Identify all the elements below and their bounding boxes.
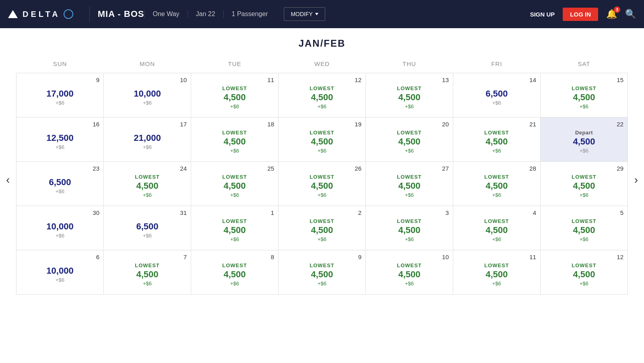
calendar-cell[interactable]: 3LOWEST4,500+$6	[366, 206, 453, 250]
notification-bell[interactable]: 🔔 3	[606, 9, 617, 19]
calendar-cell[interactable]: 10LOWEST4,500+$6	[366, 250, 453, 295]
calendar-cell[interactable]: 26LOWEST4,500+$6	[279, 162, 366, 206]
calendar-cell[interactable]: 1721,000+$6	[104, 118, 191, 162]
calendar-cell[interactable]: 11LOWEST4,500+$6	[191, 73, 279, 118]
cell-miles: 17,000	[46, 89, 73, 99]
cell-content: LOWEST4,500+$6	[282, 209, 362, 247]
calendar-cell[interactable]: 11LOWEST4,500+$6	[453, 250, 541, 295]
calendar-cell[interactable]: 19LOWEST4,500+$6	[279, 118, 366, 162]
cell-content: LOWEST4,500+$6	[456, 209, 537, 247]
search-icon[interactable]: 🔍	[625, 9, 636, 19]
calendar-cell[interactable]: 29LOWEST4,500+$6	[541, 162, 628, 206]
header-mon: MON	[104, 57, 191, 73]
lowest-label: LOWEST	[572, 85, 597, 91]
logo-globe-icon	[64, 9, 73, 19]
lowest-label: LOWEST	[484, 262, 509, 268]
cell-miles: 4,500	[136, 269, 158, 280]
calendar-cell[interactable]: 15LOWEST4,500+$6	[541, 73, 628, 118]
cell-day-number: 30	[93, 209, 99, 216]
week-row-4: 610,000+$67LOWEST4,500+$68LOWEST4,500+$6…	[17, 250, 628, 295]
lowest-label: LOWEST	[222, 85, 247, 91]
calendar-cell[interactable]: 236,500+$6	[17, 162, 104, 206]
cell-day-number: 14	[529, 76, 536, 83]
cell-miles: 4,500	[311, 92, 333, 103]
lowest-label: LOWEST	[135, 262, 160, 268]
main-content: JAN/FEB ‹ › SUNMONTUEWEDTHUFRISAT 917,00…	[0, 28, 644, 363]
calendar-cell[interactable]: 25LOWEST4,500+$6	[191, 162, 279, 206]
calendar-cell[interactable]: 28LOWEST4,500+$6	[453, 162, 541, 206]
cell-tax: +$6	[230, 148, 239, 154]
cell-miles: 4,500	[398, 225, 420, 235]
login-button[interactable]: LOG IN	[563, 8, 598, 21]
cell-tax: +$6	[56, 100, 64, 106]
calendar-cell[interactable]: 12LOWEST4,500+$6	[541, 250, 628, 295]
cell-content: Depart4,500+$6	[544, 121, 624, 158]
cell-miles: 12,500	[46, 133, 73, 143]
cell-content: 10,000+$6	[20, 209, 100, 247]
calendar-cell[interactable]: 22Depart4,500+$6	[541, 118, 628, 162]
cell-tax: +$6	[143, 100, 152, 106]
calendar-cell[interactable]: 610,000+$6	[17, 250, 104, 295]
calendar-cell[interactable]: 1LOWEST4,500+$6	[191, 206, 279, 250]
cell-tax: +$6	[405, 103, 414, 109]
cell-tax: +$6	[405, 280, 414, 287]
calendar-cell[interactable]: 1010,000+$6	[104, 73, 191, 118]
cell-day-number: 15	[617, 76, 623, 83]
cell-miles: 4,500	[223, 269, 246, 280]
cell-tax: +$6	[143, 280, 152, 287]
lowest-label: LOWEST	[397, 85, 422, 91]
calendar-cell[interactable]: 18LOWEST4,500+$6	[191, 118, 279, 162]
cell-day-number: 7	[184, 254, 187, 260]
cell-miles: 4,500	[573, 225, 595, 235]
calendar-cell[interactable]: 5LOWEST4,500+$6	[541, 206, 628, 250]
next-month-button[interactable]: ›	[630, 169, 642, 190]
cell-day-number: 28	[529, 165, 536, 172]
delta-triangle-icon	[8, 10, 18, 18]
cell-content: LOWEST4,500+$6	[369, 76, 450, 114]
main-header: DELTA MIA - BOS One Way Jan 22 1 Passeng…	[0, 0, 644, 28]
cell-content: LOWEST4,500+$6	[194, 165, 275, 202]
calendar-cell[interactable]: 24LOWEST4,500+$6	[104, 162, 191, 206]
modify-dropdown-arrow	[315, 13, 318, 15]
calendar-cell[interactable]: 8LOWEST4,500+$6	[191, 250, 279, 295]
header-right-actions: SIGN UP LOG IN 🔔 3 🔍	[530, 8, 636, 21]
calendar-cell[interactable]: 146,500+$6	[453, 73, 541, 118]
modify-button[interactable]: MODIFY	[284, 7, 325, 21]
lowest-label: LOWEST	[310, 218, 334, 224]
calendar-cell[interactable]: 21LOWEST4,500+$6	[453, 118, 541, 162]
calendar-cell[interactable]: 917,000+$6	[17, 73, 104, 118]
cell-day-number: 24	[180, 165, 187, 172]
calendar-cell[interactable]: 3010,000+$6	[17, 206, 104, 250]
calendar-cell[interactable]: 2LOWEST4,500+$6	[279, 206, 366, 250]
cell-tax: +$6	[230, 280, 239, 287]
lowest-label: LOWEST	[397, 174, 422, 180]
calendar-cell[interactable]: 12LOWEST4,500+$6	[279, 73, 366, 118]
cell-day-number: 10	[442, 254, 449, 260]
calendar-cell[interactable]: 1612,500+$6	[17, 118, 104, 162]
cell-day-number: 18	[267, 121, 274, 128]
cell-miles: 4,500	[136, 181, 158, 191]
cell-day-number: 4	[533, 209, 536, 216]
calendar-cell[interactable]: 27LOWEST4,500+$6	[366, 162, 453, 206]
cell-day-number: 11	[267, 76, 274, 83]
day-headers-row: SUNMONTUEWEDTHUFRISAT	[17, 57, 628, 73]
calendar-cell[interactable]: 316,500+$6	[104, 206, 191, 250]
calendar-cell[interactable]: 7LOWEST4,500+$6	[104, 250, 191, 295]
cell-content: LOWEST4,500+$6	[544, 254, 624, 291]
calendar-cell[interactable]: 13LOWEST4,500+$6	[366, 73, 453, 118]
cell-day-number: 16	[93, 121, 99, 128]
calendar-cell[interactable]: 9LOWEST4,500+$6	[279, 250, 366, 295]
lowest-label: LOWEST	[310, 174, 334, 180]
delta-logo[interactable]: DELTA	[8, 9, 73, 19]
calendar-cell[interactable]: 4LOWEST4,500+$6	[453, 206, 541, 250]
signup-link[interactable]: SIGN UP	[530, 11, 555, 18]
cell-day-number: 22	[617, 121, 623, 128]
header-thu: THU	[366, 57, 453, 73]
prev-month-button[interactable]: ‹	[2, 169, 14, 190]
cell-tax: +$6	[56, 188, 64, 194]
cell-content: LOWEST4,500+$6	[107, 254, 188, 291]
calendar-cell[interactable]: 20LOWEST4,500+$6	[366, 118, 453, 162]
cell-day-number: 9	[358, 254, 361, 260]
cell-content: 17,000+$6	[20, 76, 100, 114]
cell-day-number: 1	[271, 209, 274, 216]
